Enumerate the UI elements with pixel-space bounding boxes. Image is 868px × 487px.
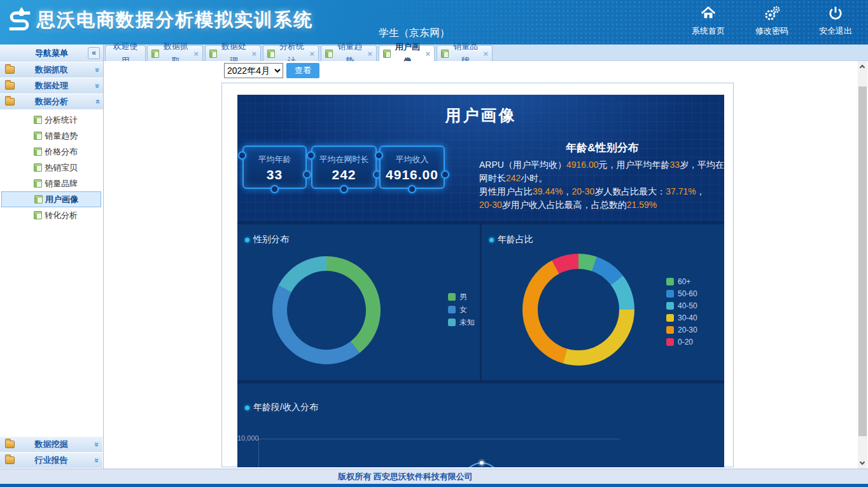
sidebar-group-行业报告[interactable]: 行业报告» (0, 453, 102, 468)
tab-icon (267, 50, 275, 58)
summary-heading: 年龄&性别分布 (479, 141, 724, 155)
highlight-value: 242 (506, 173, 521, 183)
age-panel-title-label: 年龄占比 (498, 234, 533, 245)
sidebar-group-数据处理[interactable]: 数据处理» (0, 78, 103, 93)
chevron-down-icon (860, 460, 865, 465)
sidebar-item-价格分布[interactable]: 价格分布 (0, 144, 102, 160)
folder-icon (5, 82, 15, 90)
sidebar: 导航菜单 « 数据抓取»数据处理»数据分析» 分析统计销量趋势价格分布热销宝贝销… (0, 45, 104, 469)
legend-item-60+[interactable]: 60+ (666, 275, 697, 287)
summary-fragment: 元，用户平均年龄 (599, 160, 670, 170)
folder-icon (5, 441, 15, 448)
notch (307, 151, 315, 160)
view-button[interactable]: 查看 (286, 63, 319, 78)
change-password-button[interactable]: 修改密码 (748, 5, 795, 37)
legend-item-0-20[interactable]: 0-20 (666, 336, 697, 348)
legend-marker (448, 293, 456, 301)
highlight-value: 39.44% (533, 186, 563, 196)
notch (375, 151, 383, 160)
legend-item-男[interactable]: 男 (448, 291, 475, 303)
scrollbar-down-button[interactable] (858, 458, 867, 469)
legend-label: 女 (459, 305, 467, 315)
gender-donut-chart[interactable] (272, 256, 381, 364)
sidebar-title: 导航菜单 « (0, 45, 103, 62)
sidebar-title-label: 导航菜单 (35, 48, 68, 58)
stat-card-平均年龄: 平均年龄33 (242, 146, 307, 189)
sidebar-group-数据抓取[interactable]: 数据抓取» (0, 62, 103, 78)
summary-fragment: ， (563, 186, 571, 196)
sidebar-item-转化分析[interactable]: 转化分析 (0, 207, 102, 223)
footer: 版权所有 西安思沃软件科技有限公司 (0, 469, 868, 484)
sheet-icon (34, 179, 42, 188)
sheet-icon (34, 132, 42, 140)
scrollbar-up-button[interactable] (858, 61, 867, 72)
gender-panel-title: 性别分布 (245, 234, 289, 245)
stat-value: 242 (312, 167, 375, 182)
legend-item-女[interactable]: 女 (448, 303, 475, 316)
tab-数据处理[interactable]: 数据处理× (205, 45, 261, 61)
close-icon[interactable]: × (193, 46, 199, 61)
tab-销量品牌[interactable]: 销量品牌× (437, 45, 493, 61)
legend-label: 40-50 (678, 301, 697, 310)
income-line-chart[interactable] (237, 383, 724, 467)
sidebar-group-数据挖掘[interactable]: 数据挖掘» (0, 437, 102, 452)
sidebar-group-label: 数据处理 (35, 81, 68, 90)
change-password-label: 修改密码 (748, 25, 795, 37)
user-profile-dashboard: 用户画像 平均年龄33平均在网时长242平均收入4916.00 年龄&性别分布 … (237, 95, 724, 467)
legend-item-20-30[interactable]: 20-30 (666, 324, 697, 336)
legend-marker (666, 290, 674, 298)
income-panel: 年龄段/收入分布 10,000 (237, 383, 724, 467)
sidebar-item-热销宝贝[interactable]: 热销宝贝 (0, 160, 102, 175)
app-window: 思沃电商数据分析模拟实训系统 学生（京东网） 系统首页 修改密码 (0, 0, 868, 487)
logo: 思沃电商数据分析模拟实训系统 (5, 5, 313, 36)
tab-数据抓取[interactable]: 数据抓取× (147, 45, 203, 61)
age-donut-chart[interactable] (522, 254, 634, 366)
highlight-value: 37.71% (666, 186, 696, 196)
tab-icon (325, 50, 333, 58)
logout-button[interactable]: 安全退出 (812, 5, 859, 37)
close-icon[interactable]: × (483, 46, 488, 61)
legend-item-未知[interactable]: 未知 (448, 316, 475, 329)
scrollbar-thumb[interactable] (858, 86, 867, 436)
close-icon[interactable]: × (309, 46, 314, 61)
sidebar-item-销量趋势[interactable]: 销量趋势 (0, 128, 102, 144)
dashboard-container: 用户画像 平均年龄33平均在网时长242平均收入4916.00 年龄&性别分布 … (221, 83, 734, 467)
highlight-value: 20-30 (571, 186, 594, 196)
logout-label: 安全退出 (812, 25, 859, 37)
tab-icon (209, 50, 217, 58)
sidebar-submenu: 分析统计销量趋势价格分布热销宝贝销量品牌用户画像转化分析 (0, 112, 102, 223)
sidebar-groups: 数据抓取»数据处理»数据分析» (0, 62, 103, 109)
stat-label: 平均在网时长 (312, 154, 375, 165)
sidebar-item-销量品牌[interactable]: 销量品牌 (0, 175, 102, 191)
legend-item-30-40[interactable]: 30-40 (666, 312, 697, 324)
sidebar-group-数据分析[interactable]: 数据分析» (0, 94, 103, 109)
sidebar-group-label: 数据分析 (35, 97, 68, 106)
notch (441, 170, 449, 179)
tab-分析统计[interactable]: 分析统计× (263, 45, 319, 61)
legend-item-40-50[interactable]: 40-50 (666, 299, 697, 312)
sidebar-item-用户画像[interactable]: 用户画像 (1, 191, 101, 207)
stat-card-平均在网时长: 平均在网时长242 (311, 146, 377, 189)
home-nav-button[interactable]: 系统首页 (685, 5, 732, 37)
month-select[interactable]: 2022年4月 (224, 63, 283, 78)
close-icon[interactable]: × (251, 46, 256, 61)
sidebar-item-分析统计[interactable]: 分析统计 (0, 112, 102, 128)
legend-marker (666, 278, 674, 285)
sidebar-collapse-button[interactable]: « (88, 47, 100, 59)
stat-label: 平均年龄 (244, 154, 305, 165)
sidebar-item-label: 分析统计 (45, 115, 78, 125)
summary-fragment: ， (696, 186, 705, 196)
notch (408, 185, 416, 193)
close-icon[interactable]: × (367, 46, 372, 61)
stat-label: 平均收入 (381, 154, 444, 165)
legend-label: 男 (459, 292, 467, 303)
tab-欢迎使用[interactable]: 欢迎使用 (105, 45, 146, 61)
highlight-value: 33 (670, 160, 680, 170)
close-icon[interactable]: × (425, 46, 430, 61)
legend-label: 30-40 (678, 313, 697, 322)
tab-用户画像[interactable]: 用户画像× (379, 45, 435, 62)
tab-销量趋势[interactable]: 销量趋势× (321, 45, 377, 61)
home-nav-label: 系统首页 (685, 25, 732, 37)
legend-item-50-60[interactable]: 50-60 (666, 287, 697, 299)
vertical-scrollbar[interactable] (858, 61, 867, 469)
